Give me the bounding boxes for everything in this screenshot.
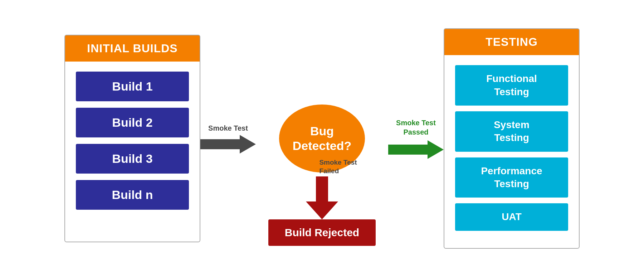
initial-builds-panel: INITIAL BUILDS Build 1 Build 2 Build 3 B…	[64, 35, 200, 242]
svg-marker-0	[200, 135, 256, 154]
uat-testing: UAT	[455, 203, 568, 230]
build-rejected-box: Build Rejected	[268, 219, 376, 246]
smoke-test-passed-group: Smoke TestPassed	[388, 118, 444, 159]
performance-testing: PerformanceTesting	[455, 157, 568, 198]
build-1: Build 1	[76, 72, 189, 101]
smoke-test-failed-group: Smoke TestFailed Build Rejected	[268, 162, 376, 246]
smoke-test-passed-label: Smoke TestPassed	[396, 118, 436, 137]
smoke-test-passed-arrow-icon	[388, 140, 444, 159]
ellipse-line2: Detected?	[293, 138, 351, 153]
functional-testing: FunctionalTesting	[455, 65, 568, 106]
svg-marker-1	[388, 140, 444, 159]
smoke-test-arrow-group: Smoke Test	[200, 123, 256, 154]
system-testing: SystemTesting	[455, 111, 568, 152]
svg-marker-2	[306, 176, 338, 219]
smoke-test-label: Smoke Test	[208, 123, 248, 133]
build-3: Build 3	[76, 144, 189, 174]
ellipse-line1: Bug	[310, 124, 334, 138]
build-items-list: Build 1 Build 2 Build 3 Build n	[65, 62, 200, 220]
smoke-test-failed-label: Smoke TestFailed	[319, 158, 357, 176]
smoke-test-failed-arrow-icon	[306, 176, 338, 219]
test-items-list: FunctionalTesting SystemTesting Performa…	[444, 55, 579, 241]
smoke-test-arrow-icon	[200, 135, 256, 154]
initial-builds-header: INITIAL BUILDS	[65, 35, 200, 62]
testing-panel: TESTING FunctionalTesting SystemTesting …	[444, 28, 580, 249]
build-2: Build 2	[76, 108, 189, 137]
build-n: Build n	[76, 180, 189, 210]
testing-header: TESTING	[444, 29, 579, 55]
diagram: INITIAL BUILDS Build 1 Build 2 Build 3 B…	[18, 10, 626, 267]
